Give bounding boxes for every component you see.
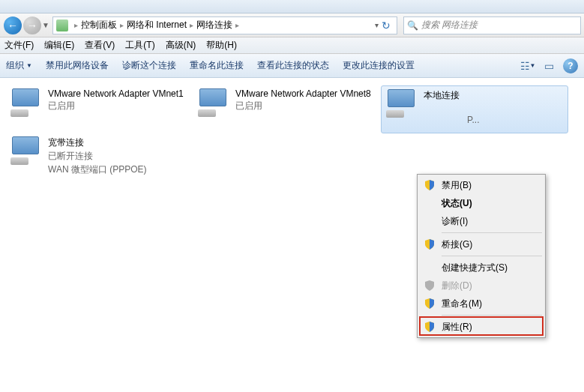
ctx-status[interactable]: 状态(U) — [419, 194, 544, 212]
ctx-properties[interactable]: 属性(R) — [419, 318, 544, 336]
ctx-disable[interactable]: 禁用(B) — [419, 176, 544, 194]
connection-status: 已断开连接 — [48, 150, 147, 163]
search-placeholder: 搜索 网络连接 — [421, 19, 478, 31]
command-bar: 组织▼ 禁用此网络设备 诊断这个连接 重命名此连接 查看此连接的状态 更改此连接… — [0, 54, 584, 78]
connection-status: 已启用 — [48, 100, 184, 112]
organize-button[interactable]: 组织▼ — [6, 59, 32, 72]
search-input[interactable]: 🔍 搜索 网络连接 — [403, 16, 581, 34]
ctx-delete: 删除(D) — [419, 277, 544, 295]
location-icon — [56, 19, 68, 31]
content-area: VMware Network Adapter VMnet1 已启用 VMware… — [0, 78, 584, 392]
breadcrumb-separator-icon: ▸ — [74, 21, 78, 29]
ctx-separator — [442, 315, 542, 316]
forward-button: → — [22, 16, 42, 35]
breadcrumb-root[interactable]: 控制面板 — [81, 19, 117, 31]
ctx-rename[interactable]: 重命名(M) — [419, 295, 544, 313]
connection-name: 宽带连接 — [48, 136, 147, 149]
breadcrumb-level2[interactable]: 网络连接 — [196, 19, 232, 31]
connection-name: VMware Network Adapter VMnet8 — [235, 88, 371, 99]
connection-name: 本地连接 — [424, 89, 460, 102]
breadcrumb-level1[interactable]: 网络和 Internet — [127, 19, 187, 31]
history-dropdown[interactable]: ▼ — [42, 21, 51, 29]
address-bar[interactable]: ▸ 控制面板 ▸ 网络和 Internet ▸ 网络连接 ▸ ▾ ↻ — [52, 16, 397, 34]
connection-truncated-text: P... — [467, 115, 479, 125]
network-adapter-icon — [9, 136, 42, 169]
menu-help[interactable]: 帮助(H) — [206, 39, 237, 52]
back-button[interactable]: ← — [3, 16, 22, 35]
menu-tools[interactable]: 工具(T) — [125, 39, 154, 52]
diagnose-button[interactable]: 诊断这个连接 — [122, 59, 176, 72]
rename-button[interactable]: 重命名此连接 — [190, 59, 244, 72]
address-dropdown-icon[interactable]: ▾ — [375, 21, 379, 29]
ctx-bridge[interactable]: 桥接(G) — [419, 235, 544, 253]
ctx-separator — [442, 232, 542, 233]
menu-advanced[interactable]: 高级(N) — [166, 39, 196, 52]
connection-item[interactable]: VMware Network Adapter VMnet8 已启用 — [193, 85, 381, 133]
breadcrumb-separator-icon: ▸ — [190, 21, 193, 29]
network-adapter-icon — [9, 88, 42, 121]
menu-view[interactable]: 查看(V) — [85, 39, 115, 52]
ctx-separator — [442, 256, 542, 256]
connection-item[interactable]: VMware Network Adapter VMnet1 已启用 — [6, 85, 193, 133]
shield-icon — [424, 238, 436, 250]
ctx-diagnose[interactable]: 诊断(I) — [419, 212, 544, 230]
network-adapter-icon — [385, 89, 418, 122]
breadcrumb-separator-icon: ▸ — [120, 21, 124, 29]
breadcrumb-separator-icon: ▸ — [235, 21, 239, 29]
shield-icon — [424, 179, 436, 191]
shield-icon — [424, 298, 436, 310]
search-icon: 🔍 — [407, 20, 418, 31]
connection-item[interactable]: 宽带连接 已断开连接 WAN 微型端口 (PPPOE) — [6, 133, 193, 181]
refresh-icon[interactable]: ↻ — [382, 19, 394, 31]
view-status-button[interactable]: 查看此连接的状态 — [257, 59, 329, 72]
shield-icon — [424, 321, 436, 333]
ctx-shortcut[interactable]: 创建快捷方式(S) — [419, 259, 544, 277]
connection-status: 已启用 — [235, 100, 371, 112]
menu-edit[interactable]: 编辑(E) — [44, 39, 74, 52]
help-icon[interactable]: ? — [563, 58, 578, 73]
menu-file[interactable]: 文件(F) — [4, 39, 34, 52]
connection-name: VMware Network Adapter VMnet1 — [48, 88, 184, 99]
network-adapter-icon — [196, 88, 229, 121]
context-menu: 禁用(B) 状态(U) 诊断(I) 桥接(G) 创建快捷方式(S) 删除(D) … — [417, 174, 546, 338]
shield-icon — [424, 280, 436, 292]
window-titlebar — [0, 0, 584, 13]
nav-toolbar: ← → ▼ ▸ 控制面板 ▸ 网络和 Internet ▸ 网络连接 ▸ ▾ ↻… — [0, 13, 584, 37]
disable-device-button[interactable]: 禁用此网络设备 — [46, 59, 109, 72]
menu-bar: 文件(F) 编辑(E) 查看(V) 工具(T) 高级(N) 帮助(H) — [0, 37, 584, 54]
preview-pane-icon[interactable]: ▭ — [542, 59, 556, 73]
connection-item-selected[interactable]: 本地连接 P... — [381, 85, 568, 133]
change-settings-button[interactable]: 更改此连接的设置 — [343, 59, 415, 72]
connection-device: WAN 微型端口 (PPPOE) — [48, 163, 147, 176]
view-options-icon[interactable]: ☷▼ — [521, 59, 535, 73]
